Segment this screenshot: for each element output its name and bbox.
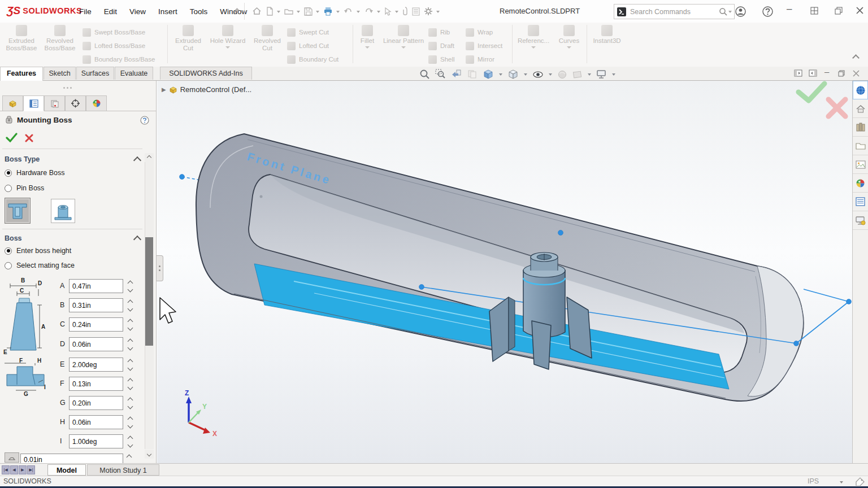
dimxpertmanager-tab[interactable] <box>65 95 86 111</box>
select-mating-face-radio[interactable]: Select mating face <box>5 262 75 269</box>
boss-type-header[interactable]: Boss Type <box>5 155 40 163</box>
tag-icon[interactable] <box>856 477 865 486</box>
home-icon[interactable] <box>853 99 868 118</box>
select-cursor-button[interactable] <box>383 6 393 17</box>
lofted-boss-base-button[interactable]: Lofted Boss/Base <box>83 40 145 52</box>
design-library-icon[interactable] <box>853 118 868 137</box>
swept-cut-button[interactable]: Swept Cut <box>287 26 329 38</box>
revolved-cut-button[interactable]: RevolvedCut <box>249 24 286 52</box>
open-button[interactable] <box>283 6 294 16</box>
solidworks-resources-globe-icon[interactable] <box>853 81 868 99</box>
appearances-scenes-icon[interactable] <box>853 174 868 193</box>
previous-view-icon[interactable] <box>451 69 462 80</box>
boss-style-thumbnail-selected[interactable] <box>5 198 31 224</box>
fillet-radius-input[interactable] <box>20 454 123 463</box>
undo-button[interactable] <box>342 6 354 16</box>
field-h-spinner[interactable] <box>127 416 134 429</box>
options-gear-button[interactable] <box>423 6 434 17</box>
model-viewport[interactable]: Front Plane Z X Y <box>157 81 852 463</box>
view-palette-icon[interactable] <box>853 155 868 174</box>
tile-windows-icon[interactable] <box>810 7 818 15</box>
pane-left-toggle-icon[interactable] <box>794 69 802 77</box>
boundary-cut-button[interactable]: Boundary Cut <box>287 53 338 66</box>
options-caret[interactable] <box>436 11 440 15</box>
field-e-input[interactable] <box>69 358 123 372</box>
field-g-spinner[interactable] <box>127 396 134 410</box>
open-caret[interactable] <box>297 11 300 15</box>
new-document-button[interactable] <box>264 6 275 17</box>
radio-dot[interactable] <box>5 169 12 177</box>
tab-evaluate[interactable]: Evaluate <box>115 67 153 80</box>
field-b-input[interactable] <box>69 298 123 312</box>
linear-pattern-button[interactable]: Linear Pattern <box>380 24 427 51</box>
undo-caret[interactable] <box>357 11 360 15</box>
shell-button[interactable]: Shell <box>428 53 455 66</box>
search-placeholder[interactable]: Search Commands <box>627 8 719 16</box>
hide-show-caret[interactable] <box>549 73 552 77</box>
field-a-spinner[interactable] <box>127 280 134 293</box>
menu-tools[interactable]: Tools <box>190 7 208 16</box>
hide-show-items-icon[interactable] <box>532 69 544 80</box>
viewport-restore-icon[interactable] <box>838 70 845 77</box>
radio-dot[interactable] <box>5 247 12 255</box>
propertymanager-tab[interactable] <box>23 95 44 111</box>
zoom-to-area-icon[interactable] <box>435 69 446 80</box>
rib-button[interactable]: Rib <box>428 26 450 38</box>
pm-scroll-down-button[interactable] <box>145 450 154 459</box>
apply-scene-icon[interactable] <box>572 69 583 80</box>
zoom-to-fit-icon[interactable] <box>419 69 430 80</box>
boss-type-collapse-chevron[interactable] <box>133 156 141 164</box>
view-settings-caret[interactable] <box>612 73 615 77</box>
close-button[interactable] <box>856 7 863 14</box>
tab-features[interactable]: Features <box>0 67 43 81</box>
menu-insert[interactable]: Insert <box>158 7 177 16</box>
attachment-icon[interactable] <box>401 6 409 17</box>
radio-dot[interactable] <box>5 262 12 269</box>
plane-handle[interactable] <box>794 341 799 346</box>
units-indicator[interactable]: IPS <box>808 477 819 485</box>
file-explorer-folder-icon[interactable] <box>853 137 868 155</box>
reference-geometry-caret[interactable] <box>531 46 536 51</box>
pin-menu-icon[interactable] <box>232 8 239 15</box>
featuremanager-tree-tab[interactable] <box>2 95 23 111</box>
boss-style-thumbnail-alt[interactable] <box>51 199 75 223</box>
boss-collapse-chevron[interactable] <box>133 236 141 243</box>
pm-ok-button[interactable] <box>6 133 18 142</box>
extruded-boss-base-button[interactable]: ExtrudedBoss/Base <box>3 24 40 52</box>
fillet-option-button[interactable] <box>5 452 19 463</box>
draft-button[interactable]: Draft <box>428 40 454 52</box>
redo-button[interactable] <box>363 6 375 16</box>
fillet-caret[interactable] <box>365 46 370 51</box>
viewport-minimize-icon[interactable]: – <box>824 67 829 76</box>
field-c-spinner[interactable] <box>127 318 134 332</box>
tab-scroll-next-button[interactable]: ▶ <box>19 465 27 474</box>
field-a-input[interactable] <box>69 279 123 293</box>
tab-scroll-first-button[interactable]: |◀ <box>2 465 10 474</box>
panel-grip[interactable] <box>63 87 72 89</box>
fillet-button[interactable]: Fillet <box>356 24 379 51</box>
instant3d-button[interactable]: Instant3D <box>590 24 624 45</box>
apply-scene-caret[interactable] <box>588 73 591 77</box>
boss-fin-left-face[interactable] <box>509 297 515 351</box>
displaymanager-tab[interactable] <box>86 95 107 111</box>
field-i-spinner[interactable] <box>127 435 134 448</box>
configurationmanager-tab[interactable] <box>44 95 65 111</box>
wrap-button[interactable]: Wrap <box>466 26 493 38</box>
properties-list-button[interactable] <box>411 6 421 17</box>
boundary-boss-base-button[interactable]: Boundary Boss/Base <box>83 53 155 66</box>
boss-header[interactable]: Boss <box>5 234 22 242</box>
ribbon-collapse-chevron[interactable] <box>852 54 860 62</box>
swept-boss-base-button[interactable]: Swept Boss/Base <box>83 26 145 38</box>
field-b-spinner[interactable] <box>127 299 134 312</box>
custom-properties-icon[interactable] <box>853 193 868 211</box>
restore-button[interactable] <box>835 7 843 15</box>
display-style-icon[interactable] <box>507 69 519 80</box>
print-caret[interactable] <box>336 11 340 15</box>
view-orientation-caret[interactable] <box>499 73 502 77</box>
flyout-feature-tree[interactable]: ▶ RemoteControl (Def... <box>162 85 251 94</box>
linear-pattern-caret[interactable] <box>401 46 406 51</box>
mirror-button[interactable]: Mirror <box>466 53 494 66</box>
menu-view[interactable]: View <box>129 7 146 16</box>
tree-root-label[interactable]: RemoteControl (Def... <box>180 85 251 94</box>
enter-boss-height-radio[interactable]: Enter boss height <box>5 247 71 255</box>
